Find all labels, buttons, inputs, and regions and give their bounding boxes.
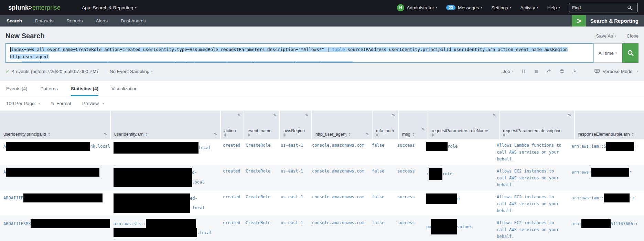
column-header[interactable]: ✎requestParameters.roleName xyxy=(428,111,499,139)
table-cell[interactable]: CreateRole xyxy=(242,191,277,217)
sort-icon[interactable] xyxy=(348,133,351,136)
edit-column-icon[interactable]: ✎ xyxy=(305,113,309,118)
user-menu[interactable]: H Administrator ▾ xyxy=(397,4,437,11)
tab-events[interactable]: Events (4) xyxy=(6,81,28,96)
sort-icon[interactable] xyxy=(48,133,50,136)
nav-tab-alerts[interactable]: Alerts xyxy=(89,15,115,27)
sort-icon[interactable] xyxy=(632,133,634,136)
close-button[interactable]: Close xyxy=(626,33,638,39)
find-search-box[interactable] xyxy=(569,3,638,12)
column-header[interactable]: userIdentity.principalId✎ xyxy=(0,111,110,139)
per-page-menu[interactable]: 100 Per Page▾ xyxy=(6,101,40,106)
table-cell[interactable]: created xyxy=(219,217,242,241)
search-mode-menu[interactable]: Verbose Mode ▾ xyxy=(586,69,638,74)
sort-icon[interactable] xyxy=(283,133,286,137)
edit-column-icon[interactable]: ✎ xyxy=(568,113,571,118)
pause-icon[interactable] xyxy=(522,69,526,74)
column-header[interactable]: ✎mfa_auth xyxy=(373,111,398,139)
column-header[interactable]: ✎awsRegion xyxy=(280,111,311,139)
sort-icon[interactable] xyxy=(503,133,505,137)
column-header[interactable]: ✎msg xyxy=(399,111,428,139)
tab-statistics[interactable]: Statistics (4) xyxy=(71,81,98,96)
table-cell[interactable]: AROAIJIESMX xyxy=(0,217,110,241)
table-cell[interactable]: created xyxy=(219,139,242,165)
edit-column-icon[interactable]: ✎ xyxy=(273,113,277,118)
preview-menu[interactable]: Preview▾ xyxy=(82,101,104,106)
table-cell[interactable]: console.amazonaws.com xyxy=(309,139,368,165)
table-cell[interactable]: created xyxy=(219,191,242,217)
table-cell[interactable]: us-east-1 xyxy=(277,217,309,241)
job-menu[interactable]: Job▾ xyxy=(503,69,513,74)
table-cell[interactable]: Allows EC2 instances to call AWS service… xyxy=(493,191,568,217)
edit-column-icon[interactable]: ✎ xyxy=(366,132,369,137)
table-cell[interactable]: console.amazonaws.com xyxy=(309,191,368,217)
edit-column-icon[interactable]: ✎ xyxy=(237,113,241,118)
table-cell[interactable]: console.amazonaws.com xyxy=(309,217,368,241)
table-cell[interactable]: success xyxy=(394,191,423,217)
sort-icon[interactable] xyxy=(376,133,378,137)
table-cell[interactable]: console.amazonaws.com xyxy=(309,165,368,191)
settings-menu[interactable]: Settings ▾ xyxy=(491,5,511,10)
nav-tab-datasets[interactable]: Datasets xyxy=(29,15,60,27)
table-cell[interactable]: false xyxy=(368,165,394,191)
table-cell[interactable]: false xyxy=(368,217,394,241)
table-cell[interactable]: Allows EC2 instances to call AWS service… xyxy=(493,165,568,191)
column-header[interactable]: ✎action xyxy=(221,111,244,139)
table-cell[interactable]: arn:aws:r xyxy=(568,165,637,191)
app-menu[interactable]: App: Search & Reporting ▾ xyxy=(82,5,137,10)
column-header[interactable]: http_user_agent✎ xyxy=(312,111,372,139)
table-cell[interactable]: success xyxy=(394,165,423,191)
sort-icon[interactable] xyxy=(224,133,226,137)
table-cell[interactable]: CreateRole xyxy=(242,139,277,165)
edit-column-icon[interactable]: ✎ xyxy=(214,132,217,137)
export-download-icon[interactable] xyxy=(572,69,577,74)
table-cell[interactable]: AROAIJIE xyxy=(0,191,110,217)
table-cell[interactable]: false xyxy=(368,139,394,165)
table-cell[interactable]: arn:aws:sts::.local xyxy=(110,217,219,241)
sort-icon[interactable] xyxy=(412,133,415,136)
sort-icon[interactable] xyxy=(248,133,250,137)
time-range-picker[interactable]: All time ▾ xyxy=(593,43,622,63)
table-cell[interactable]: success xyxy=(394,139,423,165)
table-cell[interactable]: created xyxy=(219,165,242,191)
table-cell[interactable]: us-east-1 xyxy=(277,191,309,217)
splunk-logo[interactable]: splunk>enterprise xyxy=(8,4,61,11)
table-cell[interactable]: us-east-1 xyxy=(277,165,309,191)
table-cell[interactable]: Ank.local xyxy=(0,139,110,165)
table-cell[interactable]: e xyxy=(423,191,493,217)
table-cell[interactable]: CreateRole xyxy=(242,217,277,241)
column-header[interactable]: ✎event_name xyxy=(244,111,279,139)
table-cell[interactable]: ed-.local xyxy=(110,191,219,217)
nav-tab-reports[interactable]: Reports xyxy=(60,15,89,27)
table-cell[interactable]: false xyxy=(368,191,394,217)
column-header[interactable]: responseElements.role.arn xyxy=(575,111,644,139)
column-header[interactable]: userIdentity.arn✎ xyxy=(111,111,220,139)
print-icon[interactable] xyxy=(559,69,565,74)
table-cell[interactable]: us-east-1 xyxy=(277,139,309,165)
column-header[interactable]: ✎requestParameters.description xyxy=(500,111,574,139)
table-cell[interactable]: d-local xyxy=(110,165,219,191)
stop-icon[interactable] xyxy=(534,69,538,74)
table-cell[interactable]: arn:aws:iam::5:r xyxy=(568,139,637,165)
help-menu[interactable]: Help ▾ xyxy=(547,5,560,10)
edit-column-icon[interactable]: ✎ xyxy=(392,113,395,118)
save-as-button[interactable]: Save As▾ xyxy=(596,33,616,39)
nav-tab-search[interactable]: Search xyxy=(0,15,29,27)
tab-patterns[interactable]: Patterns xyxy=(41,81,58,96)
find-input[interactable] xyxy=(572,5,627,10)
search-query-input[interactable]: index=aws_all event_name=CreateRole acti… xyxy=(6,43,593,63)
sort-icon[interactable] xyxy=(146,133,148,136)
nav-tab-dashboards[interactable]: Dashboards xyxy=(114,15,152,27)
table-cell[interactable]: role xyxy=(423,139,493,165)
format-button[interactable]: ✎Format xyxy=(51,101,71,106)
table-cell[interactable]: A xyxy=(0,165,110,191)
table-cell[interactable]: Allows Lambda functions to call AWS serv… xyxy=(493,139,568,165)
search-reporting-app-icon[interactable]: > xyxy=(572,15,586,27)
run-search-button[interactable] xyxy=(622,43,638,63)
table-cell[interactable]: Allows EC2 instances to call AWS service… xyxy=(493,217,568,241)
table-cell[interactable]: arn:aws:iam:::r xyxy=(568,191,637,217)
share-icon[interactable] xyxy=(546,69,551,74)
table-cell[interactable]: rrole xyxy=(423,165,493,191)
table-cell[interactable]: local xyxy=(110,139,219,165)
messages-menu[interactable]: 23 Messages ▾ xyxy=(446,5,482,10)
